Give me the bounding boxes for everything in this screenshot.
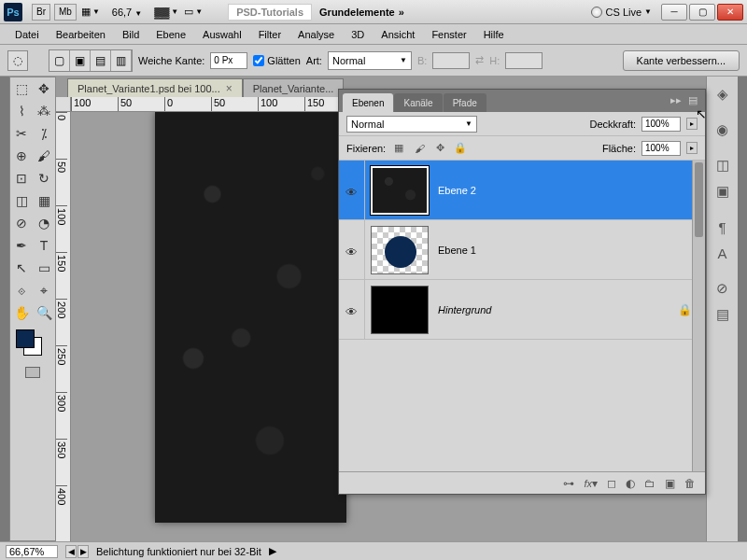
- quickmask-button[interactable]: [10, 361, 55, 384]
- nav-next-icon[interactable]: ▶: [78, 545, 89, 558]
- link-layers-icon[interactable]: ⊶: [563, 477, 574, 490]
- lock-all-icon[interactable]: 🔒: [453, 142, 468, 155]
- dodge-tool-icon[interactable]: ◔: [33, 212, 55, 234]
- document-tab[interactable]: Planet_Variante...: [243, 78, 345, 97]
- layer-name[interactable]: Ebene 2: [438, 185, 476, 196]
- adjustment-layer-icon[interactable]: ◐: [626, 477, 635, 490]
- feather-input[interactable]: 0 Px: [210, 52, 247, 69]
- minibridge-button[interactable]: Mb: [54, 4, 77, 21]
- eraser-tool-icon[interactable]: ◫: [10, 189, 33, 212]
- layer-row[interactable]: 👁 Ebene 1: [339, 220, 705, 280]
- menu-3d[interactable]: 3D: [344, 26, 372, 43]
- style-select[interactable]: Normal▼: [328, 51, 412, 70]
- tab-close-icon[interactable]: ×: [226, 82, 233, 95]
- panel-collapse-icon[interactable]: ▸▸: [669, 93, 683, 106]
- swatches-panel-icon[interactable]: ◉: [711, 118, 735, 142]
- opacity-input[interactable]: 100%: [641, 117, 681, 132]
- lock-pixels-icon[interactable]: ▦: [391, 142, 406, 155]
- tab-ebenen[interactable]: Ebenen: [343, 93, 393, 112]
- brush-tool-icon[interactable]: 🖌: [33, 145, 55, 167]
- selection-intersect-icon[interactable]: ▥: [111, 50, 132, 71]
- panel-menu-icon[interactable]: ▤: [686, 93, 699, 106]
- heal-tool-icon[interactable]: ⊕: [10, 145, 33, 167]
- layer-name[interactable]: Ebene 1: [438, 245, 476, 256]
- clone-panel-icon[interactable]: ▤: [711, 302, 735, 327]
- color-swatches[interactable]: [10, 324, 55, 361]
- delete-layer-icon[interactable]: 🗑: [684, 477, 696, 490]
- status-more-icon[interactable]: ▶: [269, 545, 276, 557]
- layer-thumbnail[interactable]: [371, 226, 429, 274]
- workspace-grundelemente[interactable]: Grundelemente: [319, 7, 395, 18]
- workspace-more[interactable]: »: [399, 7, 404, 18]
- menu-datei[interactable]: Datei: [7, 26, 47, 43]
- tab-pfade[interactable]: Pfade: [444, 93, 486, 112]
- view-dropdown[interactable]: ▓▓▼: [154, 7, 178, 18]
- pen-tool-icon[interactable]: ✒: [10, 234, 33, 257]
- menu-bearbeiten[interactable]: Bearbeiten: [49, 26, 113, 43]
- close-button[interactable]: ✕: [717, 4, 743, 21]
- foreground-swatch[interactable]: [16, 329, 35, 348]
- type-tool-icon[interactable]: T: [33, 234, 55, 257]
- cslive-button[interactable]: CS Live▼: [591, 7, 652, 18]
- menu-bild[interactable]: Bild: [115, 26, 147, 43]
- selection-subtract-icon[interactable]: ▤: [91, 50, 111, 71]
- shape-tool-icon[interactable]: ▭: [33, 257, 55, 279]
- screen-dropdown[interactable]: ▭▼: [184, 6, 203, 18]
- marquee-tool-icon[interactable]: ⬚: [10, 77, 33, 100]
- lock-brush-icon[interactable]: 🖌: [412, 142, 427, 155]
- 3d-tool-icon[interactable]: ⟐: [10, 279, 33, 301]
- menu-ansicht[interactable]: Ansicht: [374, 26, 422, 43]
- layer-thumbnail[interactable]: [371, 286, 429, 334]
- masks-panel-icon[interactable]: ▣: [711, 179, 735, 203]
- refine-edge-button[interactable]: Kante verbessern...: [623, 50, 740, 71]
- fill-slider-icon[interactable]: ▸: [686, 142, 698, 154]
- layer-row[interactable]: 👁 Ebene 2: [339, 161, 705, 220]
- status-zoom-input[interactable]: 66,67%: [6, 545, 58, 558]
- tool-preset-icon[interactable]: ◌: [7, 50, 28, 71]
- color-panel-icon[interactable]: ◈: [711, 82, 735, 106]
- crop-tool-icon[interactable]: ✂: [10, 122, 33, 145]
- layer-fx-icon[interactable]: fx▾: [584, 477, 598, 490]
- gradient-tool-icon[interactable]: ▦: [33, 189, 55, 212]
- brush-panel-icon[interactable]: ⊘: [711, 276, 735, 301]
- layer-mask-icon[interactable]: ◻: [607, 477, 616, 490]
- menu-auswahl[interactable]: Auswahl: [195, 26, 249, 43]
- blend-mode-select[interactable]: Normal▼: [346, 116, 477, 133]
- menu-filter[interactable]: Filter: [251, 26, 289, 43]
- tab-kanale[interactable]: Kanäle: [394, 93, 442, 112]
- lock-position-icon[interactable]: ✥: [432, 142, 447, 155]
- zoom-level[interactable]: 66,7 ▼: [112, 7, 142, 18]
- bridge-button[interactable]: Br: [32, 4, 50, 21]
- scrollbar[interactable]: [692, 161, 705, 471]
- antialias-checkbox[interactable]: Glätten: [253, 55, 300, 66]
- new-layer-icon[interactable]: ▣: [665, 477, 675, 490]
- fill-input[interactable]: 100%: [641, 141, 681, 156]
- zoom-tool-icon[interactable]: 🔍: [33, 301, 55, 324]
- nav-prev-icon[interactable]: ◀: [65, 545, 77, 558]
- selection-add-icon[interactable]: ▣: [70, 50, 91, 71]
- document-tab[interactable]: Planet_Variante1.psd bei 100...×: [67, 78, 243, 97]
- paragraph-panel-icon[interactable]: A: [711, 241, 735, 265]
- path-select-icon[interactable]: ↖: [10, 257, 33, 279]
- layer-row[interactable]: 👁 Hintergrund 🔒: [339, 280, 705, 340]
- adjustments-panel-icon[interactable]: ◫: [711, 153, 735, 177]
- group-icon[interactable]: 🗀: [644, 477, 655, 490]
- character-panel-icon[interactable]: ¶: [711, 215, 735, 239]
- menu-fenster[interactable]: Fenster: [424, 26, 473, 43]
- visibility-icon[interactable]: 👁: [345, 186, 359, 195]
- hand-tool-icon[interactable]: ✋: [10, 301, 33, 324]
- menu-hilfe[interactable]: Hilfe: [476, 26, 512, 43]
- menu-ebene[interactable]: Ebene: [148, 26, 193, 43]
- wand-tool-icon[interactable]: ⁂: [33, 100, 55, 122]
- blur-tool-icon[interactable]: ⊘: [10, 212, 33, 234]
- lasso-tool-icon[interactable]: ⌇: [10, 100, 33, 122]
- minimize-button[interactable]: ─: [661, 4, 687, 21]
- docsize-dropdown[interactable]: ▦▼: [81, 6, 100, 18]
- opacity-slider-icon[interactable]: ▸: [686, 118, 698, 130]
- maximize-button[interactable]: ▢: [689, 4, 715, 21]
- move-tool-icon[interactable]: ✥: [33, 77, 55, 100]
- layer-thumbnail[interactable]: [371, 166, 429, 215]
- layer-name[interactable]: Hintergrund: [438, 304, 491, 315]
- selection-new-icon[interactable]: ▢: [49, 50, 70, 71]
- visibility-icon[interactable]: 👁: [345, 305, 359, 315]
